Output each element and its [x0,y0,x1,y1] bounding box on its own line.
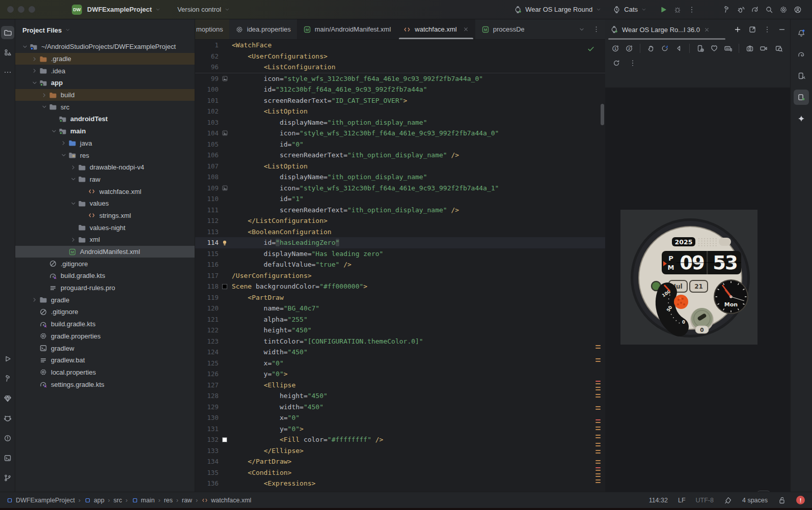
stripe-mark[interactable] [596,479,601,484]
editor-tab-moptions[interactable]: moptions [195,19,229,39]
stripe-mark[interactable] [596,358,601,363]
tool-button-gradle-elephant[interactable] [794,47,809,62]
tool-button-terminal[interactable] [1,451,14,465]
close-window-button[interactable] [7,6,14,13]
code-line-108[interactable]: 108 displayName="ith_option_display_name… [195,172,605,183]
stripe-mark[interactable] [596,467,601,472]
tree-item-gradlew.bat[interactable]: gradlew.bat [15,354,195,366]
stripe-mark[interactable] [596,381,601,385]
tool-button-run[interactable] [1,352,14,365]
caret-position[interactable]: 114:32 [649,497,668,504]
code-line-127[interactable]: 127 <Ellipse [195,380,605,391]
breadcrumb-app[interactable]: app [84,497,104,504]
breadcrumb-raw[interactable]: raw [182,497,192,504]
code-line-100[interactable]: 100 id="312c30bf_f64a_461e_9c93_992f2fb7… [195,84,605,95]
tree-item-main[interactable]: main [15,125,195,137]
code-line-123[interactable]: 123 tintColor="[CONFIGURATION.themeColor… [195,336,605,347]
code-line-121[interactable]: 121 alpha="255" [195,314,605,325]
tool-button-build[interactable] [1,372,14,385]
profiler-button[interactable] [734,3,748,17]
breadcrumb-main[interactable]: main [131,497,155,504]
close-tab-icon[interactable] [463,26,469,33]
vcs-widget[interactable]: Version control [177,6,230,13]
color-swatch-black[interactable] [222,284,227,289]
code-line-116[interactable]: 116 defaultValue="true" /> [195,259,605,270]
tool-button-shapes[interactable] [1,46,14,59]
editor-tab-main-AndroidManifest.xml[interactable]: Mmain/AndroidManifest.xml [297,19,397,39]
panel-menu-button[interactable] [763,25,771,34]
code-line-136[interactable]: 136 <Expressions> [195,478,605,489]
device-action-rotate[interactable] [661,44,669,52]
breadcrumb-res[interactable]: res [164,497,173,504]
tool-button-problems[interactable] [1,432,14,445]
project-selector[interactable]: DWFExampleProject [87,6,161,13]
code-line-62[interactable]: 62 <UserConfigurations> [195,51,605,62]
tree-item--AndroidStudioProjects-DWFExampleProject[interactable]: ~/AndroidStudioProjects/DWFExampleProjec… [15,41,195,53]
inspections-ok-icon[interactable] [587,45,595,53]
close-device-tab-icon[interactable] [703,26,710,33]
device-action-video[interactable] [760,44,768,52]
tool-button-gem[interactable] [1,392,14,405]
code-line-120[interactable]: 120 name="BG_40c7" [195,303,605,314]
line-ending[interactable]: LF [678,497,686,504]
stripe-mark[interactable] [596,345,601,350]
tool-button-vcs-branch[interactable] [1,471,14,485]
tool-button-running-devices[interactable] [794,90,809,105]
color-swatch-white[interactable] [222,437,227,442]
stripe-mark[interactable] [596,406,601,411]
code-line-134[interactable]: 134 </PartDraw> [195,456,605,467]
device-action-camera[interactable] [746,44,754,52]
code-line-126[interactable]: 126 y="0"> [195,369,605,380]
tool-button-logcat-cat[interactable] [1,412,14,425]
file-encoding[interactable]: UTF-8 [696,497,714,504]
code-line-113[interactable]: 113 <BooleanConfiguration [195,226,605,238]
editor-scrollbar[interactable] [601,104,604,125]
stripe-mark[interactable] [596,460,601,465]
stripe-mark[interactable] [596,387,601,391]
tree-item-AndroidManifest.xml[interactable]: M AndroidManifest.xml [15,246,195,258]
window-controls[interactable] [7,6,35,13]
stripe-mark[interactable] [596,427,601,431]
more-actions-button[interactable] [685,3,699,17]
code-line-128[interactable]: 128 height="450" [195,390,605,402]
tree-item-.gitignore[interactable]: .gitignore [15,306,195,318]
breadcrumb-src[interactable]: src [114,497,122,504]
account-button[interactable] [791,3,805,17]
stripe-mark[interactable] [596,435,601,439]
code-line-104[interactable]: 104 icon="style_wfs_312c30bf_f64a_461e_9… [195,128,605,139]
hidden-tabs-button[interactable] [578,26,585,33]
add-device-button[interactable] [734,25,742,34]
stripe-mark[interactable] [596,450,601,455]
device-action-heart[interactable] [710,44,718,52]
code-line-111[interactable]: 111 screenReaderText="ith_option_display… [195,205,605,216]
watch-emulator-display[interactable]: 2025 P M 09 53 [620,210,757,345]
code-line-110[interactable]: 110 id="1" [195,193,605,205]
code-line-96[interactable]: 96 <ListConfiguration [195,62,605,73]
tree-item-build[interactable]: build [15,89,195,101]
tree-item-xml[interactable]: xml [15,234,195,246]
code-line-109[interactable]: 109 icon="style_wfs_312c30bf_f64a_461e_9… [195,183,605,194]
device-action-keyboard[interactable] [724,44,732,52]
code-line-102[interactable]: 102 <ListOption [195,106,605,117]
code-line-132[interactable]: 132 <Fill color="#ffffffff" /> [195,434,605,445]
lock-open-icon[interactable] [778,496,786,504]
tree-item-values-night[interactable]: values-night [15,221,195,234]
hide-panel-button[interactable] [778,25,786,34]
project-view-selector[interactable]: Project Files [15,19,195,41]
tree-item-proguard-rules.pro[interactable]: proguard-rules.pro [15,282,195,294]
editor-tab-idea.properties[interactable]: idea.properties [229,19,297,39]
code-editor[interactable]: 1 <WatchFace 62 <UserConfigurations> 96 … [195,40,605,492]
tree-item-watchface.xml[interactable]: watchface.xml [15,185,195,197]
highlighting-level-icon[interactable] [724,496,732,504]
tree-item-app[interactable]: app [15,77,195,89]
editor-tab-watchface.xml[interactable]: watchface.xml [397,19,475,39]
gradle-sync-button[interactable] [748,3,762,17]
code-line-133[interactable]: 133 </Ellipse> [195,445,605,457]
stripe-mark[interactable] [596,419,601,424]
code-line-107[interactable]: 107 <ListOption [195,161,605,172]
tree-item-res[interactable]: res [15,149,195,161]
run-config-selector[interactable]: Cats [613,6,647,14]
breadcrumb-watchface.xml[interactable]: watchface.xml [201,497,251,504]
code-line-130[interactable]: 130 x="0" [195,412,605,423]
device-action-restart[interactable] [612,59,620,67]
